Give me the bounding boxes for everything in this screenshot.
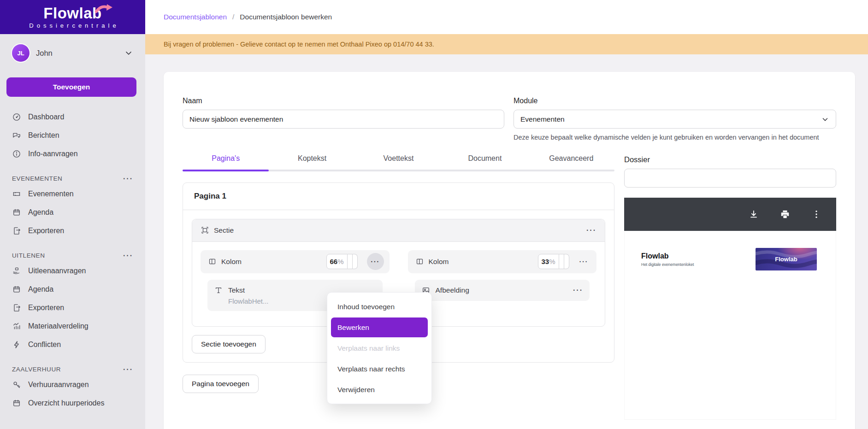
sidebar-item-label: Berichten xyxy=(28,131,59,140)
menu-item-bewerken[interactable]: Bewerken xyxy=(331,317,428,337)
block-menu-icon[interactable]: ··· xyxy=(573,286,583,294)
topbar: Documentsjablonen / Documentsjabloon bew… xyxy=(145,0,868,34)
user-name: John xyxy=(36,49,118,58)
menu-item-verplaats-naar-links: Verplaats naar links xyxy=(327,338,431,358)
sidebar-item-exporteren-uitlenen[interactable]: Exporteren xyxy=(0,299,145,317)
template-form: Naam Module Evenementen Deze keuze bepaa… xyxy=(183,97,836,142)
sidebar-item-dashboard[interactable]: Dashboard xyxy=(0,108,145,126)
download-icon[interactable] xyxy=(749,209,759,219)
tab-bar: Pagina's Koptekst Voettekst Document Gea… xyxy=(183,154,614,170)
tab-koptekst[interactable]: Koptekst xyxy=(269,154,355,170)
brand-tagline: Dossiercentrale xyxy=(26,22,119,29)
notice-banner: Bij vragen of problemen - Gelieve contac… xyxy=(145,34,868,54)
breadcrumb-current: Documentsjabloon bewerken xyxy=(240,13,332,21)
stepper-up-down[interactable] xyxy=(348,254,353,269)
stepper-up-down[interactable] xyxy=(564,254,569,269)
sidebar-item-berichten[interactable]: Berichten xyxy=(0,126,145,145)
section-icon xyxy=(201,226,209,235)
column-width-input[interactable]: 33% xyxy=(538,254,559,269)
sidebar-item-label: Dashboard xyxy=(28,113,64,121)
module-selected-value: Evenementen xyxy=(520,115,565,123)
preview-page: Flowlab Het digitale evenementenloket Fl… xyxy=(624,231,836,420)
sidebar-item-label: Exporteren xyxy=(28,227,64,235)
column-width-control: 33% xyxy=(538,254,569,269)
tab-active-indicator xyxy=(183,170,269,171)
builder-row: Pagina's Koptekst Voettekst Document Gea… xyxy=(183,154,836,420)
sidebar-item-evenementen[interactable]: Evenementen xyxy=(0,185,145,203)
sidebar-item-label: Evenementen xyxy=(28,190,74,198)
sidebar-section-evenementen: EVENEMENTEN ··· xyxy=(12,175,133,182)
column-menu-icon[interactable]: ··· xyxy=(367,253,384,270)
tab-document[interactable]: Document xyxy=(442,154,528,170)
sidebar-item-info-aanvragen[interactable]: Info-aanvragen xyxy=(0,145,145,163)
dossier-input[interactable] xyxy=(624,169,836,188)
columns-icon xyxy=(208,257,217,266)
sidebar-item-agenda-uitlenen[interactable]: Agenda xyxy=(0,280,145,299)
hand-box-icon xyxy=(12,266,21,276)
naam-input[interactable] xyxy=(183,110,504,129)
sidebar-item-uitleenaanvragen[interactable]: Uitleenaanvragen xyxy=(0,262,145,280)
sidebar-item-label: Agenda xyxy=(28,285,53,294)
print-icon[interactable] xyxy=(780,209,790,219)
column-menu-icon[interactable]: ··· xyxy=(579,258,589,265)
sidebar-item-label: Overzicht huurperiodes xyxy=(28,399,104,407)
stepper-up-down[interactable] xyxy=(353,254,358,269)
tab-geavanceerd[interactable]: Geavanceerd xyxy=(528,154,614,170)
sidebar-item-conflicten[interactable]: Conflicten xyxy=(0,335,145,354)
user-menu[interactable]: JL John xyxy=(0,34,145,62)
afbeelding-block[interactable]: Afbeelding ··· xyxy=(415,280,590,301)
chart-icon xyxy=(12,322,21,331)
sidebar-item-exporteren-evenementen[interactable]: Exporteren xyxy=(0,222,145,240)
brand-logo[interactable]: Flowlab xyxy=(43,6,101,21)
section-label: Sectie xyxy=(214,226,234,235)
column-width-unit: % xyxy=(549,258,555,265)
sidebar-item-overzicht-huurperiodes[interactable]: Overzicht huurperiodes xyxy=(0,394,145,412)
block-type-label: Afbeelding xyxy=(436,286,469,294)
module-help-text: Deze keuze bepaalt welke dynamische veld… xyxy=(514,133,827,142)
section-menu-icon[interactable]: ··· xyxy=(123,367,133,372)
chevron-down-icon xyxy=(821,115,829,123)
tab-paginas[interactable]: Pagina's xyxy=(183,154,269,170)
column-label: Kolom xyxy=(429,258,449,266)
key-icon xyxy=(12,380,21,389)
tab-voettekst[interactable]: Voettekst xyxy=(355,154,442,170)
info-icon xyxy=(12,149,21,159)
sidebar-item-materiaalverdeling[interactable]: Materiaalverdeling xyxy=(0,317,145,335)
column-width-unit: % xyxy=(337,258,343,265)
sidebar-item-agenda-evenementen[interactable]: Agenda xyxy=(0,203,145,222)
chevron-down-icon xyxy=(124,48,133,58)
kebab-menu-icon[interactable] xyxy=(811,209,821,219)
column-header[interactable]: Kolom 66% ··· xyxy=(201,250,390,273)
module-select[interactable]: Evenementen xyxy=(514,110,836,129)
menu-item-verwijderen[interactable]: Verwijderen xyxy=(327,379,431,400)
pdf-preview: Flowlab Het digitale evenementenloket Fl… xyxy=(624,198,836,420)
section-menu-icon[interactable]: ··· xyxy=(123,253,133,258)
sidebar-item-verhuuraanvragen[interactable]: Verhuuraanvragen xyxy=(0,376,145,394)
column-label: Kolom xyxy=(221,258,242,266)
stepper-up-down[interactable] xyxy=(559,254,564,269)
add-button[interactable]: Toevoegen xyxy=(6,77,136,97)
text-icon xyxy=(214,286,223,295)
add-section-button[interactable]: Sectie toevoegen xyxy=(192,335,266,353)
column-width-value: 33 xyxy=(541,258,549,265)
column-width-input[interactable]: 66% xyxy=(326,254,348,269)
column-header[interactable]: Kolom 33% ··· xyxy=(408,250,597,273)
ticket-icon xyxy=(12,189,21,199)
naam-label: Naam xyxy=(183,97,504,105)
breadcrumb-parent[interactable]: Documentsjablonen xyxy=(164,13,227,21)
add-page-button[interactable]: Pagina toevoegen xyxy=(183,375,259,393)
notice-text: Bij vragen of problemen - Gelieve contac… xyxy=(164,41,434,48)
menu-item-inhoud-toevoegen[interactable]: Inhoud toevoegen xyxy=(327,296,431,317)
section-header: Sectie ··· xyxy=(192,219,605,242)
export-icon xyxy=(12,226,21,235)
columns-icon xyxy=(415,257,424,266)
sidebar-section-uitlenen: UITLENEN ··· xyxy=(12,252,133,259)
brand-name: Flowlab xyxy=(43,5,101,22)
module-field-group: Module Evenementen Deze keuze bepaalt we… xyxy=(514,97,836,142)
afbeelding-block-header: Afbeelding ··· xyxy=(421,286,584,295)
module-label: Module xyxy=(514,97,836,105)
menu-item-verplaats-naar-rechts[interactable]: Verplaats naar rechts xyxy=(327,358,431,379)
section-menu-icon[interactable]: ··· xyxy=(123,176,133,181)
section-menu-icon[interactable]: ··· xyxy=(586,226,596,235)
chat-icon xyxy=(12,131,21,140)
